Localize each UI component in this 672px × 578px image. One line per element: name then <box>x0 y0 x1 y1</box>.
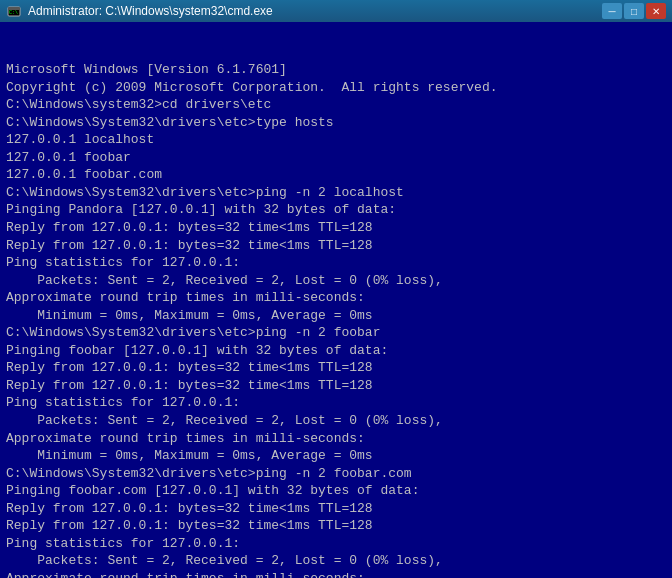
terminal-line: Approximate round trip times in milli-se… <box>6 430 666 448</box>
terminal-line: C:\Windows\System32\drivers\etc>ping -n … <box>6 465 666 483</box>
maximize-button[interactable]: □ <box>624 3 644 19</box>
terminal-line: Reply from 127.0.0.1: bytes=32 time<1ms … <box>6 219 666 237</box>
window-container: C:\ Administrator: C:\Windows\system32\c… <box>0 0 672 578</box>
svg-text:C:\: C:\ <box>9 10 18 16</box>
terminal-line: Reply from 127.0.0.1: bytes=32 time<1ms … <box>6 517 666 535</box>
terminal-line: Ping statistics for 127.0.0.1: <box>6 394 666 412</box>
terminal-output: Microsoft Windows [Version 6.1.7601]Copy… <box>6 61 666 578</box>
terminal-line: Ping statistics for 127.0.0.1: <box>6 535 666 553</box>
terminal-line: C:\Windows\System32\drivers\etc>type hos… <box>6 114 666 132</box>
terminal-window[interactable]: Microsoft Windows [Version 6.1.7601]Copy… <box>0 22 672 578</box>
terminal-line: Pinging foobar [127.0.0.1] with 32 bytes… <box>6 342 666 360</box>
close-button[interactable]: ✕ <box>646 3 666 19</box>
terminal-line: Minimum = 0ms, Maximum = 0ms, Average = … <box>6 307 666 325</box>
terminal-line: Reply from 127.0.0.1: bytes=32 time<1ms … <box>6 237 666 255</box>
terminal-line: Reply from 127.0.0.1: bytes=32 time<1ms … <box>6 500 666 518</box>
terminal-line: 127.0.0.1 localhost <box>6 131 666 149</box>
terminal-line: 127.0.0.1 foobar <box>6 149 666 167</box>
terminal-line: Ping statistics for 127.0.0.1: <box>6 254 666 272</box>
terminal-line: Packets: Sent = 2, Received = 2, Lost = … <box>6 412 666 430</box>
terminal-line: C:\Windows\System32\drivers\etc>ping -n … <box>6 324 666 342</box>
terminal-line: Packets: Sent = 2, Received = 2, Lost = … <box>6 272 666 290</box>
terminal-line: Copyright (c) 2009 Microsoft Corporation… <box>6 79 666 97</box>
terminal-line: Pinging foobar.com [127.0.0.1] with 32 b… <box>6 482 666 500</box>
terminal-line: Approximate round trip times in milli-se… <box>6 289 666 307</box>
terminal-line: Pinging Pandora [127.0.0.1] with 32 byte… <box>6 201 666 219</box>
terminal-line: Microsoft Windows [Version 6.1.7601] <box>6 61 666 79</box>
terminal-line: Packets: Sent = 2, Received = 2, Lost = … <box>6 552 666 570</box>
terminal-line: Minimum = 0ms, Maximum = 0ms, Average = … <box>6 447 666 465</box>
terminal-line: C:\Windows\system32>cd drivers\etc <box>6 96 666 114</box>
terminal-line: 127.0.0.1 foobar.com <box>6 166 666 184</box>
terminal-line: Approximate round trip times in milli-se… <box>6 570 666 578</box>
minimize-button[interactable]: ─ <box>602 3 622 19</box>
title-bar: C:\ Administrator: C:\Windows\system32\c… <box>0 0 672 22</box>
window-icon: C:\ <box>6 3 22 19</box>
terminal-line: C:\Windows\System32\drivers\etc>ping -n … <box>6 184 666 202</box>
terminal-line: Reply from 127.0.0.1: bytes=32 time<1ms … <box>6 377 666 395</box>
window-title: Administrator: C:\Windows\system32\cmd.e… <box>28 4 602 18</box>
window-controls: ─ □ ✕ <box>602 3 666 19</box>
terminal-line: Reply from 127.0.0.1: bytes=32 time<1ms … <box>6 359 666 377</box>
